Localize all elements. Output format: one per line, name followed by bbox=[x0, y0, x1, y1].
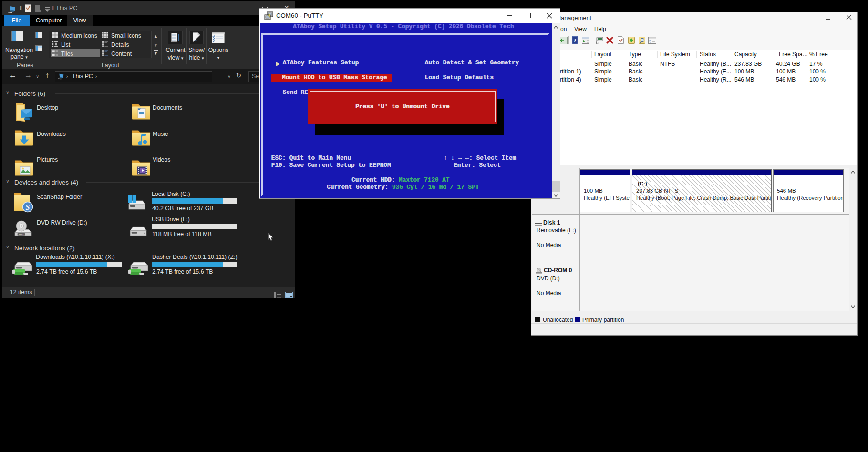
svg-text:S: S bbox=[26, 203, 30, 211]
svg-text:DVD: DVD bbox=[19, 233, 23, 236]
svg-text:?: ? bbox=[574, 37, 577, 44]
